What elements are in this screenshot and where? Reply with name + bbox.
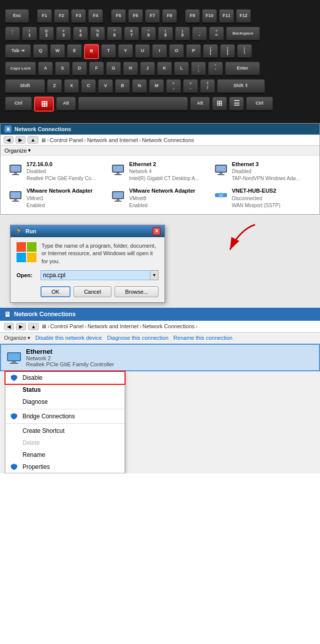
key-tab[interactable]: Tab ⇥ [5, 44, 31, 59]
key-esc[interactable]: Esc [5, 9, 29, 24]
key-semicolon[interactable]: :; [191, 62, 206, 77]
key-l[interactable]: L [174, 62, 189, 77]
key-a[interactable]: A [38, 62, 53, 77]
key-o[interactable]: O [169, 44, 184, 59]
nc2-nav-forward[interactable]: ▶ [16, 323, 26, 330]
nc-item-5[interactable]: ↔ VNET-HUB-EUS2 Disconnected WAN Minipor… [213, 187, 312, 209]
key-n[interactable]: N [132, 79, 147, 94]
key-k[interactable]: K [157, 62, 172, 77]
key-m[interactable]: M [149, 79, 164, 94]
nc2-breadcrumb-nc[interactable]: Network Connections [142, 323, 195, 329]
nc2-nav-up[interactable]: ▲ [28, 323, 39, 330]
key-7[interactable]: &7 [124, 27, 139, 42]
run-cancel-button[interactable]: Cancel [74, 286, 112, 297]
key-u[interactable]: U [135, 44, 150, 59]
ctx-rename[interactable]: Rename [6, 449, 124, 461]
run-browse-button[interactable]: Browse... [114, 286, 158, 297]
key-f10[interactable]: F10 [202, 9, 217, 24]
key-d[interactable]: D [72, 62, 87, 77]
key-p[interactable]: P [186, 44, 201, 59]
key-capslock[interactable]: Caps Lock [5, 62, 36, 77]
key-f4[interactable]: F4 [88, 9, 103, 24]
nc-item-1[interactable]: Ethernet 2 Network 4 Intel(R) Gigabit CT… [110, 161, 210, 182]
key-win-right[interactable]: ⊞ [212, 97, 227, 112]
key-x[interactable]: X [64, 79, 79, 94]
key-r[interactable]: R [84, 44, 99, 59]
key-period[interactable]: >. [183, 79, 198, 94]
key-comma[interactable]: <, [166, 79, 181, 94]
key-f[interactable]: F [89, 62, 104, 77]
nav-up-btn[interactable]: ▲ [28, 136, 38, 144]
breadcrumb-network-internet[interactable]: Network and Internet [87, 137, 138, 143]
key-4[interactable]: $4 [73, 27, 88, 42]
key-v[interactable]: V [98, 79, 113, 94]
key-plus[interactable]: += [209, 27, 224, 42]
ctx-properties[interactable]: Properties [6, 461, 124, 473]
run-ok-button[interactable]: OK [40, 286, 70, 297]
key-j[interactable]: J [140, 62, 155, 77]
key-quote[interactable]: "' [208, 62, 223, 77]
key-rbracket[interactable]: }] [220, 44, 235, 59]
key-t[interactable]: T [101, 44, 116, 59]
key-backslash[interactable]: |\ [237, 44, 252, 59]
key-f1[interactable]: F1 [37, 9, 52, 24]
key-f11[interactable]: F11 [219, 9, 234, 24]
key-shift-left[interactable]: Shift [5, 79, 45, 94]
key-f12[interactable]: F12 [236, 9, 251, 24]
nav-back-btn[interactable]: ◀ [4, 136, 14, 144]
key-minus[interactable]: _- [192, 27, 207, 42]
key-alt-left[interactable]: Alt [56, 97, 76, 112]
key-win[interactable]: ⊞ [34, 97, 54, 112]
key-lbracket[interactable]: {[ [203, 44, 218, 59]
key-tilde[interactable]: ~` [5, 27, 20, 42]
key-g[interactable]: G [106, 62, 121, 77]
ctx-diagnose[interactable]: Diagnose [6, 396, 124, 408]
breadcrumb-control-panel[interactable]: Control Panel [50, 137, 84, 143]
key-q[interactable]: Q [33, 44, 48, 59]
key-c[interactable]: C [81, 79, 96, 94]
nc2-selected-network[interactable]: Ethernet Network 2 Realtek PCIe GbE Fami… [0, 344, 320, 371]
nc-item-4[interactable]: VMware Network Adapter VMnet8 Enabled [110, 187, 210, 209]
key-i[interactable]: I [152, 44, 167, 59]
key-shift-right[interactable]: Shift ⇧ [217, 79, 265, 94]
key-f7[interactable]: F7 [145, 9, 160, 24]
key-h[interactable]: H [123, 62, 138, 77]
nc2-disable-btn[interactable]: Disable this network device [36, 335, 102, 341]
key-space[interactable] [78, 97, 188, 112]
run-input[interactable] [40, 270, 150, 280]
key-e[interactable]: E [67, 44, 82, 59]
key-s[interactable]: S [55, 62, 70, 77]
key-z[interactable]: Z [47, 79, 62, 94]
key-ctrl-left[interactable]: Ctrl [5, 97, 32, 112]
key-backspace[interactable]: Backspace [226, 27, 260, 42]
run-dropdown-button[interactable]: ▾ [150, 270, 158, 280]
key-menu[interactable]: ☰ [229, 97, 244, 112]
nc2-rename-btn[interactable]: Rename this connection [174, 335, 232, 341]
nc-item-2[interactable]: Ethernet 3 Disabled TAP-NordVPN Windows … [213, 161, 312, 182]
key-slash[interactable]: ?/ [200, 79, 215, 94]
nav-forward-btn[interactable]: ▶ [16, 136, 26, 144]
nc-item-0[interactable]: 172.16.0.0 Disabled Realtek PCIe GbE Fam… [8, 161, 107, 182]
key-9[interactable]: (9 [158, 27, 173, 42]
organize-button-top[interactable]: Organize ▾ [4, 147, 31, 154]
ctx-bridge-connections[interactable]: Bridge Connections [6, 410, 124, 422]
nc2-breadcrumb-ni[interactable]: Network and Internet [88, 323, 138, 329]
key-2[interactable]: @2 [39, 27, 54, 42]
key-f6[interactable]: F6 [128, 9, 143, 24]
key-enter[interactable]: Enter [225, 62, 260, 77]
nc2-nav-back[interactable]: ◀ [4, 323, 14, 330]
nc2-breadcrumb-cp[interactable]: Control Panel [50, 323, 84, 329]
nc2-diagnose-btn[interactable]: Diagnose this connection [107, 335, 168, 341]
nc-item-3[interactable]: VMware Network Adapter VMnet1 Enabled [8, 187, 107, 209]
nc2-organize-btn[interactable]: Organize ▾ [4, 335, 30, 341]
ctx-status[interactable]: Status [6, 384, 124, 396]
key-5[interactable]: %5 [90, 27, 105, 42]
key-1[interactable]: !1 [22, 27, 37, 42]
key-f3[interactable]: F3 [71, 9, 86, 24]
key-f8[interactable]: F8 [162, 9, 177, 24]
run-close-button[interactable]: ✕ [152, 227, 160, 235]
key-f9[interactable]: F9 [185, 9, 200, 24]
key-f5[interactable]: F5 [111, 9, 126, 24]
key-ctrl-right[interactable]: Ctrl [246, 97, 273, 112]
key-3[interactable]: #3 [56, 27, 71, 42]
